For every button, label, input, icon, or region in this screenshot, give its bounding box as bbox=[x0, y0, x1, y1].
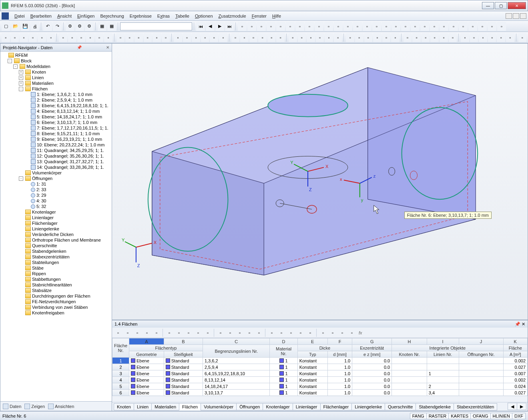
tool-icon[interactable]: ▫ bbox=[391, 33, 400, 42]
tree-group[interactable]: Linienlager bbox=[1, 215, 111, 220]
tool-icon[interactable]: ▫ bbox=[257, 22, 266, 31]
menu-optionen[interactable]: Optionen bbox=[193, 13, 215, 19]
tree-flaeche-item[interactable]: 3: Ebene; 6,4,15,19,22,18,8,10; 1; 1. bbox=[1, 103, 111, 108]
table-tab[interactable]: Knotenlager bbox=[263, 403, 293, 410]
menu-bearbeiten[interactable]: Bearbeiten bbox=[28, 13, 54, 19]
tool-icon[interactable]: ▫ bbox=[316, 33, 324, 42]
tool-icon[interactable]: ▫ bbox=[411, 22, 420, 31]
table-tool-icon[interactable]: ▫ bbox=[184, 328, 193, 337]
tool-icon[interactable]: ▫ bbox=[422, 33, 430, 42]
tool-icon[interactable]: ▫ bbox=[2, 33, 10, 42]
tree-volumen[interactable]: Volumenkörper bbox=[1, 170, 111, 176]
table-tool-icon[interactable]: ▫ bbox=[328, 328, 337, 337]
redo-icon[interactable]: ↷ bbox=[53, 22, 62, 31]
tree-oeffnung-item[interactable]: 4: 30 bbox=[1, 198, 111, 204]
tree-group[interactable]: Stäbe bbox=[1, 265, 111, 271]
table-tool-icon[interactable]: ▫ bbox=[194, 328, 203, 337]
tool-icon[interactable]: ▫ bbox=[201, 33, 209, 42]
nav-tab-zeigen[interactable]: Zeigen bbox=[24, 404, 45, 409]
table-tool-icon[interactable]: ▫ bbox=[338, 328, 347, 337]
tool-icon[interactable]: ▫ bbox=[382, 22, 391, 31]
table-tool-icon[interactable]: ▫ bbox=[296, 328, 305, 337]
tool-icon[interactable]: ▫ bbox=[238, 22, 247, 31]
tool-icon[interactable]: ▫ bbox=[364, 33, 373, 42]
table-tool-icon[interactable]: ▫ bbox=[216, 328, 225, 337]
status-toggle[interactable]: RASTER bbox=[426, 413, 449, 419]
table-tab[interactable]: Öffnungen bbox=[236, 403, 263, 410]
navigator-close-icon[interactable]: ✕ bbox=[106, 45, 109, 50]
tool-icon[interactable]: ▫ bbox=[20, 33, 28, 42]
tool-icon[interactable]: ▫ bbox=[86, 33, 94, 42]
table-tab[interactable]: Materialien bbox=[151, 403, 179, 410]
tool-icon[interactable]: ▫ bbox=[373, 33, 381, 42]
tree-group[interactable]: Stabendgelenken bbox=[1, 248, 111, 254]
table-tab[interactable]: Liniengelenke bbox=[351, 403, 385, 410]
tool-icon[interactable]: ▫ bbox=[144, 33, 152, 42]
tree-flaeche-item[interactable]: 12: Quadrangel; 35,26,30,26; 1; 1. bbox=[1, 153, 111, 159]
close-button[interactable]: ✕ bbox=[508, 2, 526, 9]
new-icon[interactable]: ▢ bbox=[2, 22, 10, 31]
tool-icon[interactable]: ▫ bbox=[125, 33, 134, 42]
navigator-pin-icon[interactable]: 📌 bbox=[77, 45, 82, 50]
tool-icon[interactable]: ▫ bbox=[307, 33, 315, 42]
tree-group[interactable]: Veränderliche Dicken bbox=[1, 232, 111, 237]
table-tool-icon[interactable]: ▫ bbox=[277, 328, 286, 337]
tool-icon[interactable]: ▫ bbox=[11, 33, 19, 42]
maximize-button[interactable]: ▢ bbox=[495, 2, 507, 9]
tree-oeffnung-item[interactable]: 1: 31 bbox=[1, 181, 111, 187]
tool-icon[interactable]: ▫ bbox=[430, 22, 439, 31]
tool-icon[interactable]: ▫ bbox=[192, 33, 200, 42]
nav-last-icon[interactable]: ⏭ bbox=[225, 22, 234, 31]
tool-icon[interactable]: ▫ bbox=[470, 33, 478, 42]
table-row[interactable]: 4EbeneStandard8,13,12,141Konstant1.00.00… bbox=[112, 377, 528, 383]
tree-flaeche-item[interactable]: 4: Ebene; 8,13,12,14; 1; 1.0 mm bbox=[1, 108, 111, 114]
tool-icon[interactable]: ▫ bbox=[518, 33, 527, 42]
tool-icon[interactable]: ▫ bbox=[59, 33, 67, 42]
tree-group[interactable]: FE-Netzverdichtungen bbox=[1, 299, 111, 304]
data-grid[interactable]: FlächeNr.ABCDEFGHIJKFlächentypBegrenzung… bbox=[112, 338, 528, 396]
tool-icon[interactable]: ▫ bbox=[334, 22, 343, 31]
tree-flaeche-item[interactable]: 5: Ebene; 14,18,24,17; 1; 1.0 mm bbox=[1, 114, 111, 120]
tool-icon[interactable]: ▫ bbox=[412, 33, 421, 42]
tool-icon[interactable]: ▫ bbox=[267, 22, 275, 31]
tool-icon[interactable]: ▫ bbox=[162, 33, 170, 42]
grid-hscroll[interactable] bbox=[112, 396, 528, 402]
tool-icon[interactable]: ▫ bbox=[298, 33, 306, 42]
table-tab[interactable]: Flächen bbox=[179, 403, 201, 410]
tool-icon[interactable]: ▫ bbox=[324, 22, 333, 31]
table-row[interactable]: 6EbeneStandard3,10,13,71Konstant1.00.03,… bbox=[112, 390, 528, 396]
tool-icon[interactable]: ▫ bbox=[420, 22, 429, 31]
tree-group[interactable]: Stabexzentrizitäten bbox=[1, 254, 111, 260]
tool-icon[interactable]: ▫ bbox=[116, 33, 125, 42]
tool-icon[interactable]: ▫ bbox=[153, 33, 161, 42]
table-tab[interactable]: Linienlager bbox=[293, 403, 321, 410]
tool-icon[interactable]: ▫ bbox=[355, 33, 363, 42]
tool-icon[interactable]: ▫ bbox=[401, 22, 410, 31]
tree-group[interactable]: Verbindung von zwei Stäben bbox=[1, 304, 111, 310]
tool-icon[interactable]: ▫ bbox=[440, 33, 448, 42]
tool-icon[interactable]: ▦ bbox=[107, 22, 116, 31]
tool-icon[interactable]: ▫ bbox=[315, 22, 323, 31]
table-tab[interactable]: Querschnitte bbox=[385, 403, 416, 410]
tree-oeffnung-item[interactable]: 5: 32 bbox=[1, 204, 111, 209]
nav-tab-daten[interactable]: Daten bbox=[3, 404, 21, 409]
tool-icon[interactable]: ▫ bbox=[449, 33, 457, 42]
tool-icon[interactable]: ⚙ bbox=[85, 22, 94, 31]
tool-icon[interactable]: ▫ bbox=[219, 33, 227, 42]
tool-icon[interactable]: ▫ bbox=[478, 22, 487, 31]
tree-group[interactable]: Knotenfreigaben bbox=[1, 310, 111, 316]
tool-icon[interactable]: ▫ bbox=[459, 22, 468, 31]
navigator-tree[interactable]: RFEM-Block-Modelldaten+Knoten+Linien+Mat… bbox=[0, 52, 112, 401]
table-tab[interactable]: Flächenlager bbox=[320, 403, 352, 410]
table-tool-icon[interactable]: ▫ bbox=[306, 328, 315, 337]
menu-tabelle[interactable]: Tabelle bbox=[173, 13, 192, 19]
table-tab[interactable]: Volumenkörper bbox=[201, 403, 237, 410]
tool-icon[interactable]: ▫ bbox=[404, 33, 412, 42]
table-tool-icon[interactable]: ▫ bbox=[245, 328, 254, 337]
table-tool-icon[interactable]: ▫ bbox=[175, 328, 183, 337]
tool-icon[interactable]: ▫ bbox=[249, 33, 258, 42]
tool-icon[interactable]: ▫ bbox=[391, 22, 400, 31]
tree-model[interactable]: -Block bbox=[1, 58, 111, 64]
tool-icon[interactable]: ▫ bbox=[38, 33, 46, 42]
tool-icon[interactable]: ▫ bbox=[479, 33, 487, 42]
